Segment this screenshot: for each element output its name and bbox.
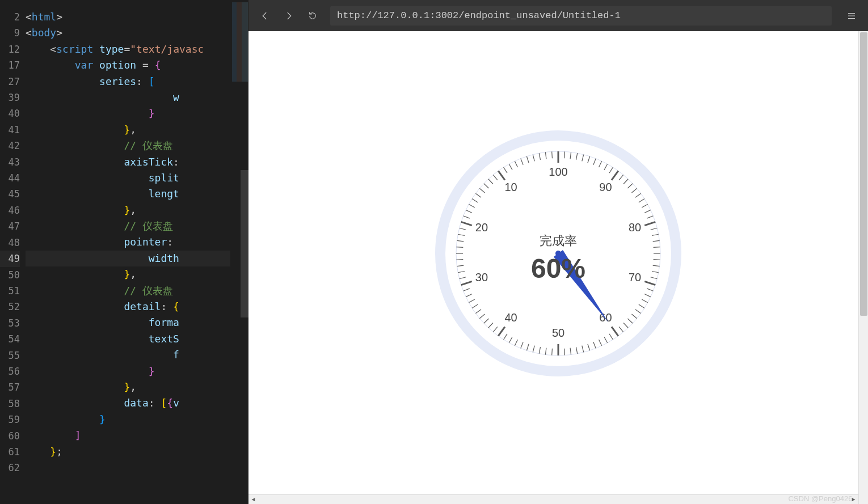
gauge-chart: 102030405060708090100 完成率 60% [433,129,683,378]
svg-line-69 [642,299,648,303]
svg-line-35 [469,299,475,303]
code-line[interactable]: lengt [26,186,248,202]
line-number: 42 [0,138,20,154]
line-number: 61 [0,444,20,460]
line-number: 53 [0,315,20,331]
code-line[interactable]: // 仪表盘 [26,218,248,234]
svg-line-60 [604,337,608,343]
line-number: 55 [0,348,20,363]
svg-line-87 [635,193,641,197]
code-line[interactable]: var option = { [26,57,248,73]
code-line[interactable]: split [26,170,248,186]
code-line[interactable]: }, [26,379,248,395]
svg-line-58 [593,342,596,348]
menu-button[interactable] [841,5,862,27]
code-line[interactable]: textS [26,331,248,347]
code-line[interactable]: }; [26,444,248,460]
svg-line-93 [609,167,613,173]
svg-line-26 [456,247,463,248]
svg-line-50 [545,348,546,355]
svg-line-56 [582,346,584,353]
svg-line-32 [461,281,472,285]
code-line[interactable]: axisTick: [26,154,248,170]
line-number: 54 [0,331,20,347]
reload-button[interactable] [302,5,323,27]
code-line[interactable]: data: [{v [26,395,248,411]
svg-line-76 [654,260,660,260]
svg-line-23 [460,228,466,230]
svg-line-8 [521,159,523,165]
svg-line-80 [652,234,659,235]
svg-line-6 [533,155,534,162]
svg-line-64 [623,323,628,328]
svg-line-85 [642,204,648,207]
code-line[interactable]: <script type="text/javasc [26,41,248,57]
svg-line-96 [593,159,596,165]
line-number: 43 [0,154,20,170]
svg-line-25 [457,240,464,242]
code-line[interactable] [26,460,248,476]
vertical-scrollbar-thumb[interactable] [860,32,867,316]
svg-line-88 [631,188,637,193]
svg-line-98 [582,155,584,162]
line-number: 40 [0,105,20,121]
url-bar[interactable]: http://127.0.0.1:3002/endpoint_unsaved/U… [330,6,832,26]
svg-line-91 [619,175,623,180]
minimap-content [232,2,248,82]
vertical-scrollbar[interactable] [858,31,868,504]
svg-line-45 [515,340,517,346]
svg-line-31 [460,277,466,279]
line-number: 47 [0,218,20,234]
line-number: 59 [0,412,20,427]
svg-line-92 [612,171,618,180]
line-number: 45 [0,186,20,202]
svg-line-75 [653,265,660,266]
line-number: 60 [0,428,20,444]
back-button[interactable] [254,5,276,27]
code-line[interactable]: <body> [26,25,248,41]
code-line[interactable]: series: [ [26,74,248,90]
code-line[interactable]: } [26,105,248,121]
svg-line-9 [515,161,517,167]
code-line[interactable]: // 仪表盘 [26,138,248,154]
code-line[interactable]: f [26,347,248,363]
svg-line-47 [526,344,529,350]
code-line[interactable]: }, [26,266,248,282]
code-line[interactable]: }, [26,202,248,218]
gauge-title: 完成率 [540,232,577,249]
svg-line-39 [484,319,489,323]
svg-line-12 [498,171,505,180]
svg-line-57 [588,344,590,350]
code-line[interactable]: }, [26,122,248,138]
preview-toolbar: http://127.0.0.1:3002/endpoint_unsaved/U… [248,0,868,31]
code-line[interactable]: detail: { [26,299,248,315]
editor-scrollbar-thumb[interactable] [241,170,248,317]
code-line[interactable]: <html> [26,9,248,25]
horizontal-scrollbar[interactable]: ◄ ► [248,494,858,504]
svg-line-90 [623,179,628,184]
menu-icon [846,11,857,21]
gauge-tick-label: 10 [504,181,517,193]
svg-line-3 [552,151,553,158]
svg-line-73 [651,277,658,279]
code-line[interactable]: ] [26,427,248,443]
code-editor[interactable]: 2912172739404142434445464748495051525354… [0,0,248,504]
code-line[interactable]: } [26,363,248,379]
code-line[interactable]: w [26,90,248,105]
code-line[interactable]: pointer: [26,234,248,250]
forward-button[interactable] [278,5,300,27]
code-area[interactable]: <html><body> <script type="text/javasc v… [26,0,248,504]
preview-pane: http://127.0.0.1:3002/endpoint_unsaved/U… [248,0,868,504]
scroll-left-arrow-icon[interactable]: ◄ [248,495,258,504]
line-number: 12 [0,41,20,57]
code-line[interactable]: } [26,412,248,427]
svg-line-11 [504,167,507,173]
svg-line-55 [576,347,577,354]
svg-line-74 [652,271,659,272]
code-line[interactable]: // 仪表盘 [26,283,248,299]
code-line[interactable]: forma [26,315,248,331]
svg-line-42 [498,327,505,336]
code-line[interactable]: width [26,251,248,266]
svg-line-66 [631,314,637,319]
svg-line-71 [647,289,653,291]
